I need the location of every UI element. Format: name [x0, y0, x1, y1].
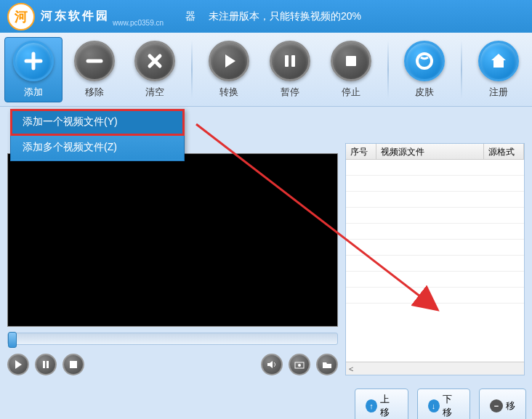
add-multiple-files-item[interactable]: 添加多个视频文件(Z)	[11, 135, 184, 160]
minus-icon	[84, 50, 105, 72]
camera-icon	[294, 361, 305, 369]
pause-label: 暂停	[281, 86, 299, 99]
col-format[interactable]: 源格式	[484, 144, 524, 159]
minus-icon: −	[490, 399, 503, 412]
seek-slider[interactable]	[7, 333, 338, 345]
table-row[interactable]	[346, 256, 524, 272]
svg-rect-1	[291, 55, 295, 67]
title-notice: 未注册版本，只能转换视频的20%	[209, 10, 361, 23]
separator	[461, 41, 462, 99]
move-down-label: 下移	[443, 393, 459, 419]
play-icon	[219, 52, 238, 70]
col-source[interactable]: 视频源文件	[376, 144, 484, 159]
open-control[interactable]	[316, 354, 338, 375]
file-list-pane: 序号 视频源文件 源格式 <	[345, 143, 525, 375]
register-label: 注册	[489, 86, 508, 99]
list-actions: ↑ 上移 ↓ 下移 − 移	[349, 383, 532, 419]
playback-controls	[7, 354, 338, 375]
stop-icon	[70, 361, 77, 368]
svg-rect-6	[47, 361, 49, 368]
scroll-left-icon: <	[349, 365, 353, 373]
remove-button[interactable]: 移除	[65, 37, 124, 102]
table-row[interactable]	[346, 224, 524, 240]
play-control[interactable]	[7, 354, 29, 375]
table-row[interactable]	[346, 176, 524, 192]
stop-button[interactable]: 停止	[322, 37, 380, 102]
title-bar: 河 河东软件园 www.pc0359.cn 器 未注册版本，只能转换视频的20%	[0, 0, 532, 33]
add-button[interactable]: 添加	[4, 37, 63, 102]
move-up-label: 上移	[380, 393, 397, 419]
logo-icon: 河	[7, 3, 35, 30]
delete-button[interactable]: − 移	[479, 389, 526, 419]
home-icon	[488, 51, 509, 71]
snapshot-control[interactable]	[289, 354, 310, 375]
plus-icon	[23, 50, 44, 72]
brand-text: 河东软件园	[41, 9, 110, 24]
table-header: 序号 视频源文件 源格式	[346, 144, 524, 160]
remove-label: 移除	[85, 86, 104, 99]
svg-rect-5	[43, 361, 45, 368]
svg-rect-2	[346, 56, 356, 66]
delete-label: 移	[506, 399, 515, 412]
clear-label: 清空	[145, 86, 164, 99]
svg-rect-7	[70, 361, 77, 368]
register-button[interactable]: 注册	[469, 37, 528, 102]
table-row[interactable]	[346, 160, 524, 176]
separator	[387, 41, 389, 99]
table-body	[346, 160, 524, 362]
add-dropdown-menu: 添加一个视频文件(Y) 添加多个视频文件(Z)	[10, 109, 185, 161]
pause-icon	[281, 52, 299, 70]
table-row[interactable]	[346, 192, 524, 208]
svg-point-3	[417, 54, 432, 68]
table-row[interactable]	[346, 208, 524, 224]
separator	[191, 41, 193, 99]
convert-label: 转换	[219, 86, 238, 99]
up-arrow-icon: ↑	[366, 399, 377, 412]
col-index[interactable]: 序号	[346, 144, 376, 159]
x-icon	[145, 52, 164, 70]
video-preview	[7, 153, 338, 327]
add-single-file-item[interactable]: 添加一个视频文件(Y)	[11, 110, 184, 135]
speaker-icon	[267, 360, 277, 369]
table-row[interactable]	[346, 288, 524, 304]
table-row[interactable]	[346, 272, 524, 288]
slider-thumb[interactable]	[8, 332, 17, 348]
skin-icon	[414, 50, 435, 72]
add-label: 添加	[24, 86, 43, 99]
url-text: www.pc0359.cn	[113, 19, 164, 27]
move-down-button[interactable]: ↓ 下移	[417, 389, 471, 419]
stop-icon	[342, 52, 360, 70]
table-row[interactable]	[346, 240, 524, 256]
play-icon	[14, 360, 23, 369]
down-arrow-icon: ↓	[428, 399, 440, 412]
skin-button[interactable]: 皮肤	[396, 37, 454, 102]
title-suffix: 器	[185, 10, 196, 23]
pause-control[interactable]	[35, 354, 57, 375]
volume-control[interactable]	[261, 354, 283, 375]
pause-button[interactable]: 暂停	[261, 37, 319, 102]
convert-button[interactable]: 转换	[200, 37, 258, 102]
svg-rect-0	[285, 55, 289, 67]
move-up-button[interactable]: ↑ 上移	[355, 389, 408, 419]
svg-point-9	[298, 364, 301, 367]
main-toolbar: 添加 移除 清空 转换 暂停 停止 皮肤 注册	[0, 33, 532, 107]
clear-button[interactable]: 清空	[126, 37, 185, 102]
horizontal-scrollbar[interactable]: <	[346, 362, 524, 375]
skin-label: 皮肤	[415, 86, 434, 99]
stop-control[interactable]	[63, 354, 84, 375]
pause-icon	[42, 361, 49, 368]
stop-label: 停止	[342, 86, 360, 99]
folder-icon	[322, 361, 332, 369]
